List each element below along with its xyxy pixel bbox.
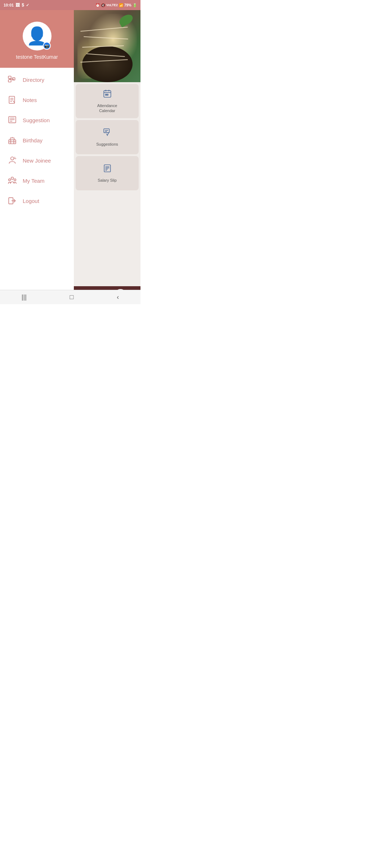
alarm-icon: ⏰ xyxy=(95,3,100,7)
recent-apps-button[interactable]: ||| xyxy=(16,292,32,303)
time: 10:01 xyxy=(4,3,14,7)
directory-icon xyxy=(7,75,17,85)
camera-badge-icon[interactable]: 📷 xyxy=(43,42,51,50)
sidebar-item-suggestion[interactable]: Suggestion xyxy=(0,110,74,130)
screen: 🔔 0 xyxy=(0,10,140,304)
suggestions-label: Suggestions xyxy=(96,142,118,147)
directory-label: Directory xyxy=(23,77,44,83)
notes-icon xyxy=(7,95,17,105)
svg-rect-5 xyxy=(107,94,108,95)
food-image xyxy=(74,10,140,82)
status-bar: 10:01 🖼 $ ✓ ⏰ 🔇 VoLTE2 📶 79% 🔋 xyxy=(0,0,140,10)
svg-rect-6 xyxy=(104,129,109,133)
salary-icon xyxy=(103,164,112,176)
sidebar-drawer: 👤 📷 testone TestKumar xyxy=(0,10,74,304)
status-left: 10:01 🖼 $ ✓ xyxy=(4,3,29,8)
svg-point-33 xyxy=(11,157,14,160)
signal-icon: 📶 xyxy=(119,3,123,7)
user-full-name: testone TestKumar xyxy=(16,54,58,60)
attendance-calendar-card[interactable]: AttendanceCalendar xyxy=(76,84,139,118)
birthday-icon xyxy=(7,135,17,145)
svg-point-35 xyxy=(9,179,10,181)
avatar-wrapper[interactable]: 👤 📷 xyxy=(23,22,52,50)
sidebar-header: 👤 📷 testone TestKumar xyxy=(0,10,74,68)
suggestion-icon xyxy=(7,115,17,125)
salary-slip-label: Salary Slip xyxy=(98,178,117,183)
battery-icon: 🔋 xyxy=(133,3,137,7)
new-joinee-icon xyxy=(7,155,17,165)
battery: 79% xyxy=(124,3,131,7)
notes-label: Notes xyxy=(23,97,37,103)
sidebar-item-birthday[interactable]: Birthday xyxy=(0,130,74,150)
my-team-label: My Team xyxy=(23,178,45,184)
cards-area: AttendanceCalendar Suggestions xyxy=(74,82,140,192)
logout-label: Logout xyxy=(23,198,39,204)
suggestions-card[interactable]: Suggestions xyxy=(76,120,139,154)
home-button[interactable]: □ xyxy=(64,292,79,303)
svg-rect-4 xyxy=(105,94,106,95)
suggestions-icon xyxy=(103,128,112,140)
dollar-icon: $ xyxy=(22,3,24,8)
calendar-icon xyxy=(103,89,112,101)
logout-icon xyxy=(7,196,17,206)
sidebar-item-notes[interactable]: Notes xyxy=(0,90,74,110)
photo-icon: 🖼 xyxy=(15,3,20,8)
sidebar-item-new-joinee[interactable]: New Joinee xyxy=(0,150,74,170)
right-panel: 🔔 0 xyxy=(74,10,140,304)
svg-point-36 xyxy=(14,179,16,181)
camera-icon: 📷 xyxy=(44,44,49,48)
network-text: VoLTE2 xyxy=(106,3,118,7)
attendance-calendar-label: AttendanceCalendar xyxy=(97,103,117,114)
mute-icon: 🔇 xyxy=(101,3,105,7)
my-team-icon xyxy=(7,176,17,186)
sidebar-menu: Directory Notes xyxy=(0,68,74,304)
noodles xyxy=(77,17,137,75)
back-button[interactable]: ‹ xyxy=(111,292,124,303)
sidebar-item-directory[interactable]: Directory xyxy=(0,70,74,90)
svg-rect-14 xyxy=(8,76,11,79)
bottom-nav: ||| □ ‹ xyxy=(0,290,140,304)
birthday-label: Birthday xyxy=(23,137,43,143)
new-joinee-label: New Joinee xyxy=(23,158,51,164)
svg-rect-9 xyxy=(104,165,110,172)
sidebar-item-logout[interactable]: Logout xyxy=(0,191,74,211)
svg-rect-15 xyxy=(8,80,11,82)
sidebar-item-my-team[interactable]: My Team xyxy=(0,170,74,191)
salary-slip-card[interactable]: Salary Slip xyxy=(76,156,139,190)
svg-point-34 xyxy=(11,177,14,180)
suggestion-label: Suggestion xyxy=(23,117,50,123)
status-right: ⏰ 🔇 VoLTE2 📶 79% 🔋 xyxy=(95,3,137,7)
check-icon: ✓ xyxy=(26,3,29,8)
